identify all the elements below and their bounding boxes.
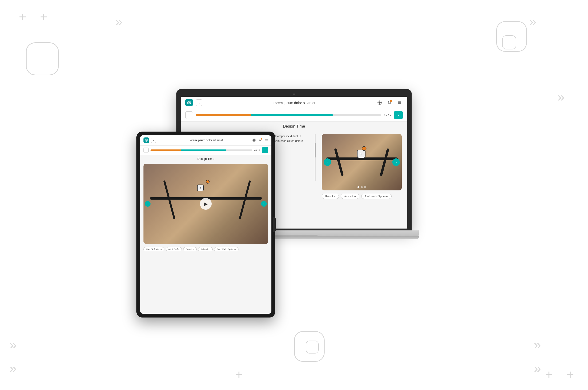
laptop-tags-row: Robotics Animation Real World Systems [322,194,402,199]
header-icons: 1 [376,99,403,106]
main-container: ‹ Lorem ipsum dolor sit amet [0,0,588,390]
progress-orange [196,114,251,116]
laptop-header: ‹ Lorem ipsum dolor sit amet [181,97,407,109]
tablet-home-button[interactable] [273,217,276,232]
content-right: + ‹ › [322,134,402,225]
laptop-camera [293,94,295,95]
bike-fork-right [380,148,389,176]
progress-label: 4 / 12 [384,113,391,117]
device-cross-icon: + [360,152,362,156]
tablet-bike-device: + [197,185,204,191]
progress-bar [196,114,381,116]
carousel-dot-3 [364,186,366,188]
menu-icon[interactable] [396,99,403,106]
tablet-menu-icon[interactable] [264,138,268,143]
bike-visual: + [322,134,402,191]
nav-prev-button[interactable]: ‹ [185,111,193,119]
nav-next-button[interactable]: › [394,111,403,119]
tablet-camera-icon[interactable] [252,138,256,143]
tablet-back-button[interactable]: ‹ [151,138,156,143]
tablet-tag-animation[interactable]: Animation [198,247,213,251]
notification-badge: 1 [390,100,392,102]
tablet-tag-robotics[interactable]: Robotics [183,247,197,251]
scrollbar[interactable] [315,134,316,181]
tablet-bike-orange-btn [206,180,210,184]
tablet-tags-row: How Stuff Works Art & Crafts Robotics An… [143,247,268,251]
tablet-tag-real-world[interactable]: Real World Systems [214,247,238,251]
back-button[interactable]: ‹ [196,99,202,106]
tablet-play-button[interactable]: ▶ [200,198,212,210]
tag-animation[interactable]: Animation [341,194,359,199]
tablet-screen: ‹ Lorem ipsum dolor sit amet [140,135,271,314]
tablet-nav-prev[interactable]: ‹ [143,147,149,153]
bell-icon[interactable]: 1 [386,99,393,106]
tablet-content: + ▶ ‹ › How Stuff Works Art & Crafts Rob… [140,161,271,314]
bike-device: + [357,150,366,158]
tablet-device: ‹ Lorem ipsum dolor sit amet [136,132,275,318]
image-carousel: + ‹ › [322,134,402,191]
carousel-dot-2 [361,186,363,188]
devices-wrapper: ‹ Lorem ipsum dolor sit amet [129,66,459,325]
bike-fork-left [334,148,344,176]
bike-orange-button [362,146,366,151]
carousel-dots [358,186,366,188]
scrollbar-thumb [315,143,316,157]
tag-real-world[interactable]: Real World Systems [361,194,392,199]
carousel-image: + [322,134,402,191]
tablet-progress-teal [181,149,226,151]
tablet-progress-label: 4 / 12 [254,149,260,151]
tablet-bike-fork-left [163,180,175,219]
carousel-prev-button[interactable]: ‹ [324,158,331,166]
tablet-progress-orange [151,149,181,151]
tablet-tag-how-stuff-works[interactable]: How Stuff Works [143,247,165,251]
svg-point-3 [379,102,380,103]
tablet-header: ‹ Lorem ipsum dolor sit amet [140,135,271,146]
tablet-nav-bar: ‹ 4 / 12 › [140,146,271,155]
laptop-nav-bar: ‹ 4 / 12 › [181,109,407,122]
tablet-bezel: ‹ Lorem ipsum dolor sit amet [136,132,275,318]
tablet-bell-icon[interactable] [258,138,262,143]
tablet-section-title: Design Time [140,155,271,161]
tablet-carousel-next[interactable]: › [261,201,267,207]
header-title: Lorem ipsum dolor sit amet [273,101,315,105]
tablet-nav-next[interactable]: › [262,147,268,153]
tablet-image: + ▶ ‹ › [143,164,268,244]
tablet-bike-fork-right [239,180,251,219]
tablet-tag-art-crafts[interactable]: Art & Crafts [166,247,182,251]
tablet-header-icons [252,138,268,143]
svg-point-0 [189,102,190,103]
tablet-header-title: Lorem ipsum dolor sit amet [189,139,223,142]
camera-icon[interactable] [376,99,383,106]
svg-point-20 [254,140,254,140]
carousel-next-button[interactable]: › [392,158,400,166]
tablet-carousel-prev[interactable]: ‹ [145,201,151,207]
carousel-dot-1 [358,186,359,188]
tablet-progress-bar [151,149,252,151]
app-logo [185,99,193,106]
progress-teal [251,114,333,116]
section-title: Design Time [181,122,407,130]
tag-robotics[interactable]: Robotics [322,194,339,199]
tablet-app-logo [143,138,149,143]
svg-point-17 [146,140,147,141]
